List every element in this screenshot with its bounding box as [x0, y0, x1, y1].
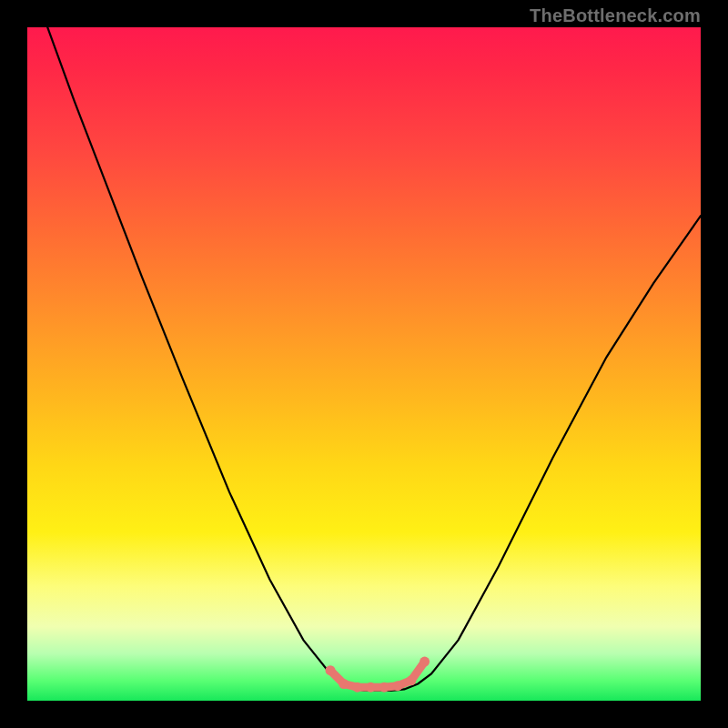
marker-dot	[420, 657, 430, 667]
marker-dot	[406, 675, 416, 685]
marker-dot	[326, 665, 336, 675]
curve-layer	[27, 27, 701, 701]
marker-band	[326, 657, 430, 693]
marker-dot	[393, 681, 403, 691]
watermark-text: TheBottleneck.com	[530, 5, 701, 26]
marker-dot	[366, 682, 376, 693]
marker-dot	[352, 682, 362, 693]
marker-dot	[379, 682, 389, 693]
chart-frame: TheBottleneck.com	[0, 0, 728, 728]
bottleneck-curve	[27, 0, 701, 691]
marker-dot	[339, 679, 349, 689]
